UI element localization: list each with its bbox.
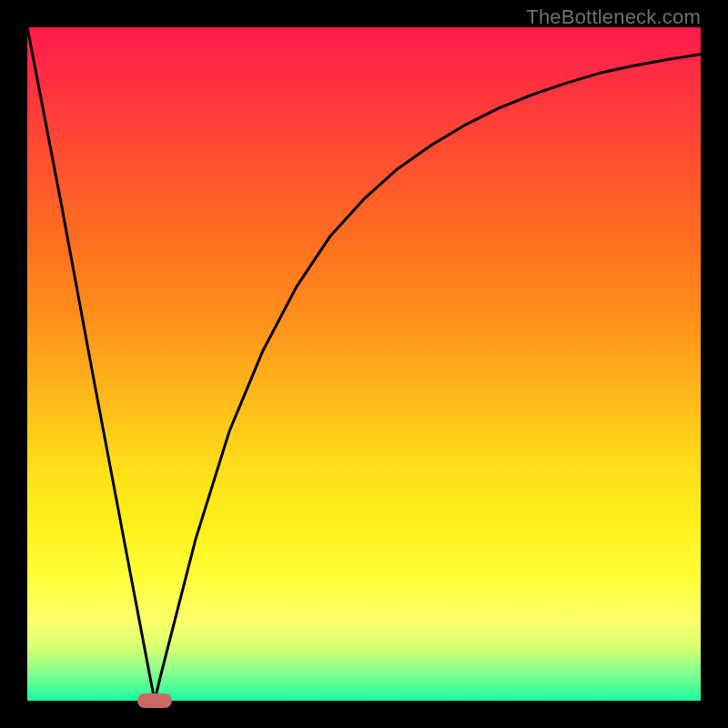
minimum-marker [137, 693, 172, 708]
plot-area [27, 27, 701, 701]
attribution-text: TheBottleneck.com [526, 5, 701, 29]
bottleneck-curve [27, 27, 701, 701]
chart-frame: TheBottleneck.com [0, 0, 728, 728]
